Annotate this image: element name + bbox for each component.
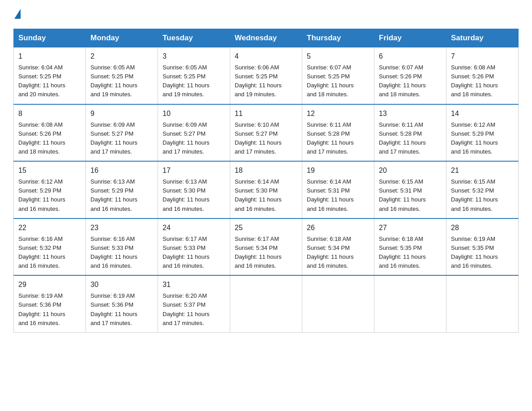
day-info: Sunrise: 6:05 AMSunset: 5:25 PMDaylight:…: [90, 63, 153, 99]
calendar-cell: 14 Sunrise: 6:12 AMSunset: 5:29 PMDaylig…: [446, 104, 519, 162]
day-number: 22: [18, 223, 81, 233]
day-info: Sunrise: 6:05 AMSunset: 5:25 PMDaylight:…: [163, 63, 225, 99]
calendar-cell: 31 Sunrise: 6:20 AMSunset: 5:37 PMDaylig…: [158, 275, 230, 332]
calendar-cell: [302, 275, 374, 332]
calendar-week-row: 8 Sunrise: 6:08 AMSunset: 5:26 PMDayligh…: [14, 104, 519, 162]
day-info: Sunrise: 6:04 AMSunset: 5:25 PMDaylight:…: [18, 63, 81, 99]
day-number: 11: [235, 108, 297, 119]
calendar-cell: [446, 275, 519, 332]
calendar-cell: [230, 275, 302, 332]
calendar-cell: 30 Sunrise: 6:19 AMSunset: 5:36 PMDaylig…: [86, 275, 158, 332]
day-number: 9: [90, 108, 153, 119]
calendar-cell: 9 Sunrise: 6:09 AMSunset: 5:27 PMDayligh…: [86, 104, 158, 162]
calendar-cell: 24 Sunrise: 6:17 AMSunset: 5:33 PMDaylig…: [158, 218, 230, 276]
day-number: 19: [307, 165, 369, 176]
calendar-cell: 3 Sunrise: 6:05 AMSunset: 5:25 PMDayligh…: [158, 47, 230, 104]
calendar-week-row: 29 Sunrise: 6:19 AMSunset: 5:36 PMDaylig…: [14, 275, 519, 332]
day-number: 4: [235, 51, 297, 62]
day-info: Sunrise: 6:17 AMSunset: 5:34 PMDaylight:…: [235, 235, 297, 271]
logo-triangle-icon: [14, 9, 21, 19]
weekday-header-saturday: Saturday: [446, 29, 519, 47]
day-info: Sunrise: 6:19 AMSunset: 5:36 PMDaylight:…: [90, 291, 153, 328]
calendar-table: SundayMondayTuesdayWednesdayThursdayFrid…: [13, 29, 519, 333]
calendar-cell: 2 Sunrise: 6:05 AMSunset: 5:25 PMDayligh…: [86, 47, 158, 104]
calendar-cell: 19 Sunrise: 6:14 AMSunset: 5:31 PMDaylig…: [302, 161, 374, 218]
day-info: Sunrise: 6:16 AMSunset: 5:33 PMDaylight:…: [90, 235, 153, 271]
weekday-header-monday: Monday: [86, 29, 158, 47]
day-number: 18: [235, 165, 297, 176]
calendar-cell: 23 Sunrise: 6:16 AMSunset: 5:33 PMDaylig…: [86, 218, 158, 276]
calendar-cell: 10 Sunrise: 6:09 AMSunset: 5:27 PMDaylig…: [158, 104, 230, 162]
calendar-cell: 28 Sunrise: 6:19 AMSunset: 5:35 PMDaylig…: [446, 218, 519, 276]
calendar-cell: 18 Sunrise: 6:14 AMSunset: 5:30 PMDaylig…: [230, 161, 302, 218]
day-info: Sunrise: 6:19 AMSunset: 5:36 PMDaylight:…: [18, 291, 81, 328]
calendar-cell: 11 Sunrise: 6:10 AMSunset: 5:27 PMDaylig…: [230, 104, 302, 162]
page-header: [13, 9, 519, 21]
calendar-header-row: SundayMondayTuesdayWednesdayThursdayFrid…: [14, 29, 519, 47]
day-number: 23: [90, 223, 153, 233]
weekday-header-thursday: Thursday: [302, 29, 374, 47]
day-number: 20: [379, 165, 442, 176]
calendar-cell: 26 Sunrise: 6:18 AMSunset: 5:34 PMDaylig…: [302, 218, 374, 276]
calendar-cell: 5 Sunrise: 6:07 AMSunset: 5:25 PMDayligh…: [302, 47, 374, 104]
calendar-cell: 13 Sunrise: 6:11 AMSunset: 5:28 PMDaylig…: [374, 104, 446, 162]
day-number: 15: [18, 165, 81, 176]
day-number: 8: [18, 108, 81, 119]
day-info: Sunrise: 6:15 AMSunset: 5:32 PMDaylight:…: [451, 177, 514, 214]
day-number: 16: [90, 165, 153, 176]
weekday-header-friday: Friday: [374, 29, 446, 47]
day-info: Sunrise: 6:09 AMSunset: 5:27 PMDaylight:…: [90, 120, 153, 157]
calendar-week-row: 22 Sunrise: 6:16 AMSunset: 5:32 PMDaylig…: [14, 218, 519, 276]
calendar-cell: 16 Sunrise: 6:13 AMSunset: 5:29 PMDaylig…: [86, 161, 158, 218]
day-number: 24: [163, 223, 225, 233]
day-info: Sunrise: 6:13 AMSunset: 5:30 PMDaylight:…: [163, 177, 225, 214]
calendar-week-row: 15 Sunrise: 6:12 AMSunset: 5:29 PMDaylig…: [14, 161, 519, 218]
day-info: Sunrise: 6:12 AMSunset: 5:29 PMDaylight:…: [18, 177, 81, 214]
day-info: Sunrise: 6:14 AMSunset: 5:31 PMDaylight:…: [307, 177, 369, 214]
calendar-cell: 6 Sunrise: 6:07 AMSunset: 5:26 PMDayligh…: [374, 47, 446, 104]
calendar-cell: 27 Sunrise: 6:18 AMSunset: 5:35 PMDaylig…: [374, 218, 446, 276]
day-info: Sunrise: 6:09 AMSunset: 5:27 PMDaylight:…: [163, 120, 225, 157]
day-number: 12: [307, 108, 369, 119]
day-info: Sunrise: 6:15 AMSunset: 5:31 PMDaylight:…: [379, 177, 442, 214]
day-number: 10: [163, 108, 225, 119]
day-number: 6: [379, 51, 442, 62]
calendar-cell: 7 Sunrise: 6:08 AMSunset: 5:26 PMDayligh…: [446, 47, 519, 104]
calendar-cell: 20 Sunrise: 6:15 AMSunset: 5:31 PMDaylig…: [374, 161, 446, 218]
day-number: 28: [451, 223, 514, 233]
day-info: Sunrise: 6:10 AMSunset: 5:27 PMDaylight:…: [235, 120, 297, 157]
weekday-header-sunday: Sunday: [14, 29, 86, 47]
day-info: Sunrise: 6:11 AMSunset: 5:28 PMDaylight:…: [307, 120, 369, 157]
calendar-cell: 22 Sunrise: 6:16 AMSunset: 5:32 PMDaylig…: [14, 218, 86, 276]
calendar-cell: 17 Sunrise: 6:13 AMSunset: 5:30 PMDaylig…: [158, 161, 230, 218]
day-info: Sunrise: 6:20 AMSunset: 5:37 PMDaylight:…: [163, 291, 225, 328]
day-number: 1: [18, 51, 81, 62]
day-info: Sunrise: 6:19 AMSunset: 5:35 PMDaylight:…: [451, 235, 514, 271]
day-number: 25: [235, 223, 297, 233]
weekday-header-wednesday: Wednesday: [230, 29, 302, 47]
day-number: 2: [90, 51, 153, 62]
calendar-cell: 12 Sunrise: 6:11 AMSunset: 5:28 PMDaylig…: [302, 104, 374, 162]
calendar-cell: [374, 275, 446, 332]
day-number: 27: [379, 223, 442, 233]
calendar-cell: 8 Sunrise: 6:08 AMSunset: 5:26 PMDayligh…: [14, 104, 86, 162]
day-info: Sunrise: 6:07 AMSunset: 5:25 PMDaylight:…: [307, 63, 369, 99]
day-info: Sunrise: 6:16 AMSunset: 5:32 PMDaylight:…: [18, 235, 81, 271]
day-number: 5: [307, 51, 369, 62]
calendar-cell: 25 Sunrise: 6:17 AMSunset: 5:34 PMDaylig…: [230, 218, 302, 276]
calendar-cell: 4 Sunrise: 6:06 AMSunset: 5:25 PMDayligh…: [230, 47, 302, 104]
day-number: 14: [451, 108, 514, 119]
day-number: 21: [451, 165, 514, 176]
calendar-cell: 29 Sunrise: 6:19 AMSunset: 5:36 PMDaylig…: [14, 275, 86, 332]
day-number: 30: [90, 279, 153, 290]
day-info: Sunrise: 6:08 AMSunset: 5:26 PMDaylight:…: [18, 120, 81, 157]
day-number: 17: [163, 165, 225, 176]
day-info: Sunrise: 6:11 AMSunset: 5:28 PMDaylight:…: [379, 120, 442, 157]
day-info: Sunrise: 6:08 AMSunset: 5:26 PMDaylight:…: [451, 63, 514, 99]
day-info: Sunrise: 6:06 AMSunset: 5:25 PMDaylight:…: [235, 63, 297, 99]
day-number: 31: [163, 279, 225, 290]
day-info: Sunrise: 6:17 AMSunset: 5:33 PMDaylight:…: [163, 235, 225, 271]
logo: [13, 9, 21, 21]
calendar-cell: 1 Sunrise: 6:04 AMSunset: 5:25 PMDayligh…: [14, 47, 86, 104]
day-number: 3: [163, 51, 225, 62]
